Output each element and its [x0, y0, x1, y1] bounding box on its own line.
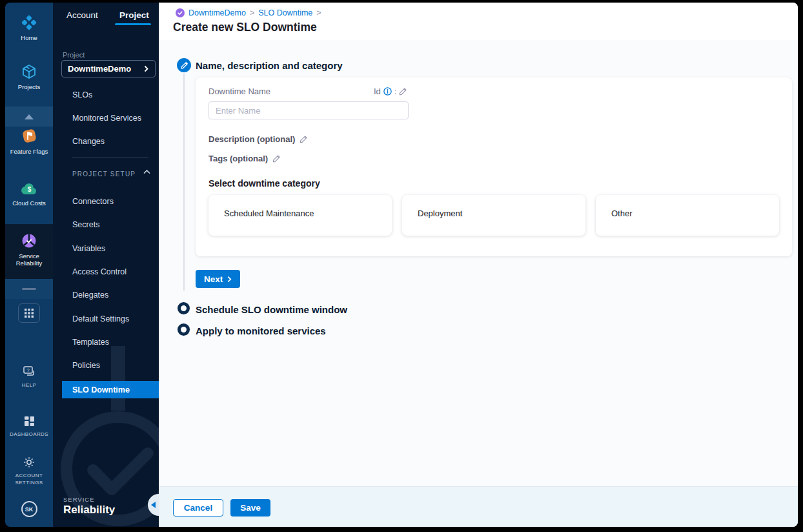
sidebar-item-default-settings[interactable]: Default Settings: [72, 314, 129, 325]
page-title: Create new SLO Downtime: [173, 21, 317, 34]
step1-title: Name, description and category: [196, 60, 343, 71]
sidebar-item-slos[interactable]: SLOs: [72, 90, 92, 101]
rail-resize-strip[interactable]: [5, 279, 53, 299]
avatar: SK: [21, 501, 37, 517]
description-row: Description (optional): [208, 134, 308, 144]
rail-item-dashboards[interactable]: DASHBOARDS: [5, 415, 53, 438]
cloud-costs-icon: $: [21, 181, 38, 196]
rail-item-help[interactable]: ? HELP: [5, 365, 53, 389]
project-sidebar: Account Project Project DowntimeDemo SLO…: [53, 3, 159, 527]
projects-cube-icon: [21, 63, 37, 80]
breadcrumb-section-link[interactable]: SLO Downtime: [258, 8, 312, 17]
category-card-scheduled-maintenance[interactable]: Scheduled Maintenance: [208, 195, 392, 236]
sidebar-collapse-button[interactable]: [148, 494, 159, 516]
tab-project[interactable]: Project: [119, 10, 149, 20]
info-icon[interactable]: [383, 87, 392, 96]
svg-text:$: $: [27, 186, 31, 193]
feature-flags-icon: [21, 127, 38, 145]
action-footer: Cancel Save: [159, 486, 798, 527]
drag-handle-icon: [22, 288, 36, 290]
breadcrumb: DowntimeDemo > SLO Downtime >: [176, 8, 321, 17]
category-card-other[interactable]: Other: [596, 195, 779, 236]
chevron-right-icon: [227, 276, 232, 283]
project-selector[interactable]: DowntimeDemo: [61, 60, 156, 77]
sidebar-item-changes[interactable]: Changes: [72, 137, 105, 147]
module-title: Reliability: [63, 504, 115, 517]
step-connector-line: [183, 74, 185, 291]
category-card-label: Other: [611, 209, 633, 218]
help-chat-icon: ?: [22, 365, 36, 378]
step1-badge: [177, 58, 191, 72]
chevron-left-icon: [151, 502, 156, 508]
chevron-up-icon: [25, 114, 34, 119]
breadcrumb-separator: >: [250, 8, 254, 17]
home-icon: [21, 14, 37, 31]
chevron-up-icon[interactable]: [143, 170, 150, 174]
id-colon: :: [394, 87, 397, 96]
id-group: Id :: [374, 87, 407, 96]
cancel-button[interactable]: Cancel: [173, 499, 223, 517]
project-selector-value: DowntimeDemo: [68, 64, 131, 74]
breadcrumb-project-link[interactable]: DowntimeDemo: [188, 8, 246, 17]
category-section-label: Select downtime category: [208, 178, 320, 189]
project-setup-header[interactable]: PROJECT SETUP: [72, 170, 136, 178]
rail-item-feature-flags[interactable]: Feature Flags: [5, 127, 53, 155]
step3-indicator[interactable]: [178, 323, 190, 336]
edit-id-pencil-icon[interactable]: [399, 87, 407, 96]
chevron-right-icon: [144, 65, 149, 72]
main-content: DowntimeDemo > SLO Downtime > Create new…: [159, 3, 798, 527]
sidebar-item-connectors[interactable]: Connectors: [72, 197, 114, 207]
step2-title[interactable]: Schedule SLO downtime window: [196, 304, 347, 315]
user-avatar-button[interactable]: SK: [5, 501, 53, 517]
edit-tags-pencil-icon[interactable]: [272, 154, 281, 163]
grid-icon: [18, 303, 40, 323]
active-tab-underline: [115, 23, 151, 25]
sidebar-item-variables[interactable]: Variables: [72, 244, 105, 254]
rail-expand-strip[interactable]: [5, 107, 53, 127]
active-item-label: SLO Downtime: [72, 385, 130, 394]
module-picker-button[interactable]: [5, 303, 53, 323]
save-button[interactable]: Save: [230, 499, 270, 517]
step2-indicator[interactable]: [178, 302, 190, 314]
downtime-name-label: Downtime Name: [208, 87, 270, 96]
category-card-deployment[interactable]: Deployment: [402, 195, 585, 236]
module-rail: Home Projects Feature Flags $ Cloud Cost…: [5, 3, 53, 527]
category-card-label: Deployment: [418, 209, 462, 218]
sidebar-item-delegates[interactable]: Delegates: [72, 291, 108, 301]
breadcrumb-separator: >: [316, 8, 321, 17]
step3-title[interactable]: Apply to monitored services: [196, 325, 326, 336]
description-label: Description (optional): [208, 134, 295, 144]
sidebar-item-monitored-services[interactable]: Monitored Services: [72, 114, 141, 124]
sidebar-divider: [72, 158, 148, 158]
rail-item-home[interactable]: Home: [5, 14, 53, 41]
rail-item-account-settings[interactable]: ACCOUNT SETTINGS: [5, 456, 53, 486]
tags-label: Tags (optional): [208, 154, 268, 163]
id-label: Id: [374, 87, 381, 96]
next-button[interactable]: Next: [196, 270, 240, 288]
page-header: DowntimeDemo > SLO Downtime > Create new…: [159, 3, 798, 40]
service-reliability-icon: [21, 232, 37, 249]
edit-description-pencil-icon[interactable]: [300, 135, 308, 143]
category-card-label: Scheduled Maintenance: [224, 209, 314, 218]
sidebar-item-policies[interactable]: Policies: [72, 361, 100, 371]
pencil-icon: [181, 62, 188, 69]
next-button-label: Next: [204, 274, 223, 284]
app-window: Home Projects Feature Flags $ Cloud Cost…: [5, 3, 798, 527]
module-kicker: SERVICE: [63, 496, 95, 503]
sidebar-item-access-control[interactable]: Access Control: [72, 267, 127, 278]
sidebar-item-secrets[interactable]: Secrets: [72, 220, 99, 230]
gear-icon: [23, 456, 36, 469]
rail-item-projects[interactable]: Projects: [5, 63, 53, 90]
tab-account[interactable]: Account: [66, 10, 98, 20]
svg-text:?: ?: [26, 367, 30, 373]
rail-item-cloud-costs[interactable]: $ Cloud Costs: [5, 181, 53, 207]
step1-form-card: Downtime Name Id : Description (optional…: [196, 77, 792, 256]
service-reliability-crumb-icon: [176, 8, 185, 17]
downtime-name-input[interactable]: [208, 101, 409, 119]
tags-row: Tags (optional): [208, 154, 281, 163]
rail-item-service-reliability[interactable]: Service Reliability: [5, 232, 53, 267]
sidebar-item-templates[interactable]: Templates: [72, 338, 109, 348]
project-field-label: Project: [63, 51, 85, 59]
sidebar-item-slo-downtime-active[interactable]: SLO Downtime: [62, 381, 159, 398]
dashboards-icon: [23, 415, 36, 427]
